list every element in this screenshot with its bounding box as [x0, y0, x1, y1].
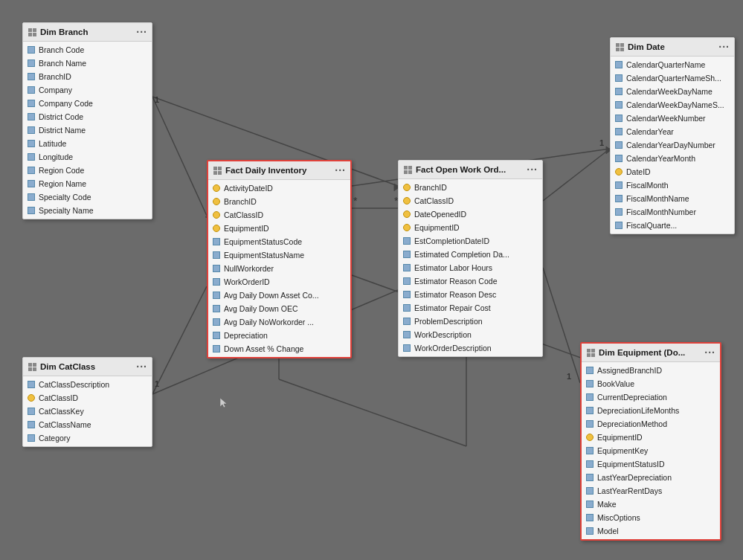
- table-menu-dots[interactable]: ···: [527, 164, 538, 176]
- field-icon: [213, 251, 220, 259]
- field-row: EquipmentStatusID: [582, 457, 720, 471]
- field-row: CatClassKey: [23, 405, 152, 418]
- cursor: [220, 398, 228, 408]
- svg-rect-21: [33, 28, 36, 32]
- field-name: CatClassDescription: [39, 379, 109, 390]
- field-name: CatClassID: [414, 195, 454, 207]
- field-name: CalendarWeekDayNameS...: [626, 99, 724, 111]
- field-icon: [403, 291, 411, 298]
- svg-rect-39: [620, 48, 624, 51]
- field-row: CalendarYear: [611, 125, 734, 138]
- field-row: Avg Daily Down Asset Co...: [208, 289, 350, 302]
- table-menu-dots[interactable]: ···: [136, 361, 147, 373]
- field-icon: [615, 181, 623, 189]
- key-icon: [403, 184, 411, 191]
- key-icon: [403, 210, 411, 218]
- field-name: EquipmentID: [414, 222, 460, 234]
- field-name: Estimator Reason Desc: [414, 289, 496, 300]
- field-row: CurrentDepreciation: [582, 390, 720, 404]
- table-fact-open-work-order[interactable]: Fact Open Work Ord... ··· BranchIDCatCla…: [398, 160, 543, 357]
- table-grid-icon: [28, 28, 37, 37]
- field-row: Latitude: [23, 137, 152, 150]
- field-icon: [615, 141, 623, 149]
- field-name: DepreciationLifeMonths: [597, 405, 679, 416]
- table-menu-dots[interactable]: ···: [704, 347, 715, 358]
- key-icon: [403, 197, 411, 205]
- field-icon: [213, 345, 220, 353]
- field-row: EquipmentStatusName: [208, 248, 350, 262]
- key-icon: [213, 211, 220, 219]
- field-row: CatClassID: [208, 208, 350, 222]
- field-icon: [615, 208, 623, 216]
- field-row: ActivityDateID: [208, 181, 350, 195]
- field-row: CatClassID: [399, 194, 542, 207]
- field-name: CalendarYear: [626, 126, 674, 138]
- field-name: BranchID: [414, 181, 447, 193]
- svg-rect-31: [218, 171, 222, 175]
- svg-rect-29: [218, 167, 222, 170]
- field-name: Category: [39, 432, 71, 444]
- field-row: WorkDescription: [399, 328, 542, 341]
- field-name: Avg Daily Down Asset Co...: [224, 289, 319, 301]
- svg-text:1: 1: [155, 95, 159, 104]
- field-row: Specialty Name: [23, 204, 152, 217]
- key-icon: [213, 225, 220, 232]
- field-name: LastYearDepreciation: [597, 472, 672, 483]
- table-menu-dots[interactable]: ···: [718, 41, 730, 53]
- field-name: FiscalMonthNumber: [626, 206, 696, 218]
- field-icon: [28, 153, 35, 161]
- field-name: FiscalQuarte...: [626, 219, 677, 231]
- field-row: ProblemDescription: [399, 315, 542, 328]
- field-icon: [586, 460, 594, 468]
- svg-rect-38: [616, 48, 620, 51]
- field-icon: [586, 527, 594, 535]
- field-row: Region Name: [23, 177, 152, 190]
- table-dim-branch[interactable]: Dim Branch ··· Branch CodeBranch NameBra…: [22, 22, 152, 219]
- field-row: FiscalMonth: [611, 178, 734, 192]
- field-name: Company Code: [39, 97, 93, 109]
- field-icon: [28, 73, 35, 80]
- svg-rect-37: [620, 43, 624, 47]
- table-menu-dots[interactable]: ···: [136, 26, 147, 38]
- field-row: WorkOrderDescription: [399, 341, 542, 355]
- field-name: Company: [39, 84, 72, 96]
- field-name: CatClassKey: [39, 405, 84, 417]
- table-grid-icon: [28, 362, 37, 372]
- table-dim-date[interactable]: Dim Date ··· CalendarQuarterNameCalendar…: [610, 37, 735, 234]
- table-dim-equipment[interactable]: Dim Equipment (Do... ··· AssignedBranchI…: [580, 342, 721, 541]
- field-name: Down Asset % Change: [224, 343, 303, 355]
- field-name: EquipmentID: [597, 431, 643, 443]
- field-row: Category: [23, 431, 152, 445]
- table-dim-date-header: Dim Date ···: [611, 38, 734, 57]
- table-menu-dots[interactable]: ···: [335, 164, 346, 176]
- field-icon: [403, 264, 411, 271]
- table-fact-daily-inventory[interactable]: Fact Daily Inventory ··· ActivityDateIDB…: [207, 160, 352, 358]
- svg-rect-23: [33, 33, 36, 36]
- svg-line-6: [543, 149, 610, 201]
- field-name: Avg Daily Down OEC: [224, 303, 298, 315]
- field-name: DateOpenedID: [414, 208, 466, 220]
- field-row: Model: [582, 524, 720, 538]
- field-name: BookValue: [597, 378, 634, 390]
- field-name: DepreciationMethod: [597, 418, 667, 430]
- field-icon: [586, 380, 594, 387]
- field-name: EstCompletionDateID: [414, 235, 489, 247]
- table-dim-catclass[interactable]: Dim CatClass ··· CatClassDescriptionCatC…: [22, 357, 152, 447]
- field-icon: [586, 501, 594, 508]
- table-grid-icon: [213, 166, 222, 176]
- table-fact-open-work-order-body: BranchIDCatClassIDDateOpenedIDEquipmentI…: [399, 179, 542, 356]
- field-row: NullWorkorder: [208, 262, 350, 275]
- table-dim-branch-header: Dim Branch ···: [23, 23, 152, 42]
- field-name: EquipmentID: [224, 222, 269, 234]
- field-icon: [615, 88, 623, 95]
- diagram-canvas: 1 1 1 1 * * * * Dim Branch ···: [0, 0, 743, 560]
- field-icon: [615, 101, 623, 109]
- field-row: CalendarYearDayNumber: [611, 138, 734, 152]
- field-icon: [213, 265, 220, 272]
- field-icon: [615, 61, 623, 68]
- svg-rect-33: [408, 166, 412, 170]
- field-name: Specialty Code: [39, 191, 91, 203]
- field-icon: [403, 318, 411, 325]
- field-icon: [586, 447, 594, 454]
- field-name: BranchID: [224, 196, 257, 207]
